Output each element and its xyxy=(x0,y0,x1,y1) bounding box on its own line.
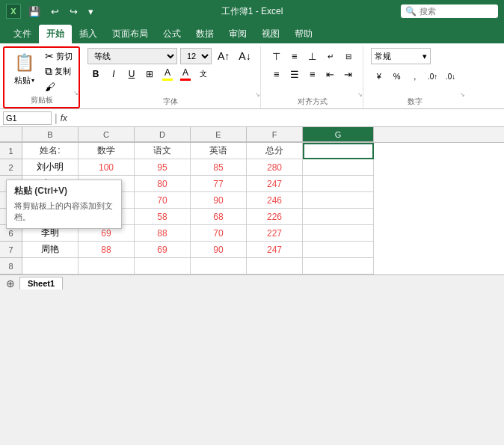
data-cell[interactable] xyxy=(135,258,191,274)
data-cell[interactable] xyxy=(247,258,303,274)
data-cell[interactable]: 247 xyxy=(247,176,303,192)
col-header-g[interactable]: G xyxy=(303,127,374,142)
data-cell[interactable]: 刘小明 xyxy=(22,159,79,176)
paste-dropdown-arrow[interactable]: ▾ xyxy=(31,77,34,84)
italic-button[interactable]: I xyxy=(105,67,122,82)
data-cell[interactable] xyxy=(303,159,374,176)
tab-insert[interactable]: 插入 xyxy=(72,25,105,43)
align-top-button[interactable]: ⊤ xyxy=(268,48,285,64)
paste-group-expand[interactable]: ↘ xyxy=(73,90,79,96)
bold-button[interactable]: B xyxy=(87,67,104,82)
tab-view[interactable]: 视图 xyxy=(254,25,287,43)
sheet-tab-sheet1[interactable]: Sheet1 xyxy=(19,277,63,289)
data-cell[interactable] xyxy=(303,209,374,225)
tab-data[interactable]: 数据 xyxy=(188,25,221,43)
align-bottom-button[interactable]: ⊥ xyxy=(304,48,321,64)
data-cell[interactable]: 100 xyxy=(79,159,135,176)
data-cell[interactable]: 85 xyxy=(191,159,247,176)
font-shrink-button[interactable]: A↓ xyxy=(236,49,253,64)
redo-icon[interactable]: ↪ xyxy=(67,4,81,19)
data-cell[interactable] xyxy=(191,258,247,274)
data-cell[interactable]: 70 xyxy=(135,192,191,209)
data-cell[interactable] xyxy=(22,258,79,274)
align-middle-button[interactable]: ≡ xyxy=(286,48,303,64)
col-header-c[interactable]: C xyxy=(79,127,135,142)
search-input[interactable] xyxy=(420,7,494,16)
currency-button[interactable]: ¥ xyxy=(371,69,387,84)
data-cell[interactable]: 90 xyxy=(191,192,247,209)
font-group-expand[interactable]: ↘ xyxy=(255,91,260,98)
data-cell[interactable] xyxy=(303,143,374,159)
data-cell[interactable] xyxy=(303,176,374,192)
data-cell[interactable] xyxy=(303,258,374,274)
search-box[interactable]: 🔍 xyxy=(401,4,498,18)
data-cell[interactable]: 数学 xyxy=(79,143,135,159)
data-cell[interactable]: 英语 xyxy=(191,143,247,159)
data-cell[interactable]: 226 xyxy=(247,209,303,225)
tab-help[interactable]: 帮助 xyxy=(287,25,320,43)
data-cell[interactable]: 80 xyxy=(135,176,191,192)
tab-home[interactable]: 开始 xyxy=(39,25,72,43)
font-size-select[interactable]: 12 xyxy=(180,48,212,64)
align-right-button[interactable]: ≡ xyxy=(304,66,321,82)
data-cell[interactable]: 247 xyxy=(247,242,303,258)
data-cell[interactable] xyxy=(303,225,374,242)
save-icon[interactable]: 💾 xyxy=(25,4,43,19)
border-button[interactable]: ⊞ xyxy=(141,67,158,82)
indent-decrease-button[interactable]: ⇤ xyxy=(322,66,339,82)
align-left-button[interactable]: ≡ xyxy=(268,66,285,82)
comma-button[interactable]: , xyxy=(407,69,423,84)
tab-file[interactable]: 文件 xyxy=(6,25,39,43)
data-cell[interactable]: 88 xyxy=(79,242,135,258)
col-header-f[interactable]: F xyxy=(247,127,303,142)
more-icon[interactable]: ▾ xyxy=(85,4,96,19)
wrap-text-button[interactable]: ↵ xyxy=(322,48,339,64)
cut-button[interactable]: ✂ 剪切 xyxy=(43,49,74,63)
font-grow-button[interactable]: A↑ xyxy=(215,49,233,64)
tab-review[interactable]: 审阅 xyxy=(221,25,254,43)
data-cell[interactable]: 246 xyxy=(247,192,303,209)
format-painter-button[interactable]: 🖌 xyxy=(43,80,74,93)
underline-button[interactable]: U xyxy=(123,67,140,82)
number-group-expand[interactable]: ↘ xyxy=(460,91,465,98)
data-cell[interactable]: 58 xyxy=(135,209,191,225)
merge-button[interactable]: ⊟ xyxy=(340,48,357,64)
data-cell[interactable]: 总分 xyxy=(247,143,303,159)
tab-page-layout[interactable]: 页面布局 xyxy=(105,25,156,43)
data-cell[interactable]: 77 xyxy=(191,176,247,192)
data-cell[interactable]: 70 xyxy=(191,225,247,242)
indent-increase-button[interactable]: ⇥ xyxy=(340,66,357,82)
data-cell[interactable]: 227 xyxy=(247,225,303,242)
data-cell[interactable]: 周艳 xyxy=(22,242,79,258)
undo-icon[interactable]: ↩ xyxy=(48,4,62,19)
data-cell[interactable] xyxy=(303,192,374,209)
data-cell[interactable]: 95 xyxy=(135,159,191,176)
font-color-button[interactable]: A xyxy=(177,67,194,82)
data-cell[interactable]: 88 xyxy=(135,225,191,242)
decimal-decrease-button[interactable]: .0↓ xyxy=(443,69,459,84)
data-cell[interactable]: 姓名: xyxy=(22,143,79,159)
col-header-b[interactable]: B xyxy=(22,127,79,142)
decimal-increase-button[interactable]: .0↑ xyxy=(425,69,441,84)
data-cell[interactable] xyxy=(303,242,374,258)
copy-button[interactable]: ⧉ 复制 xyxy=(43,64,74,79)
data-cell[interactable]: 语文 xyxy=(135,143,191,159)
add-sheet-button[interactable]: ⊕ xyxy=(3,277,18,289)
font-name-select[interactable]: 等线 xyxy=(87,48,177,64)
fill-color-button[interactable]: A xyxy=(159,67,176,82)
align-group-expand[interactable]: ↘ xyxy=(357,91,363,98)
percent-button[interactable]: % xyxy=(389,69,405,84)
data-cell[interactable]: 90 xyxy=(191,242,247,258)
name-box[interactable]: G1 xyxy=(3,111,52,125)
wen-button[interactable]: 文 xyxy=(195,67,212,82)
number-format-select[interactable]: 常规 ▾ xyxy=(371,48,431,64)
data-cell[interactable]: 68 xyxy=(191,209,247,225)
data-cell[interactable]: 280 xyxy=(247,159,303,176)
tab-formula[interactable]: 公式 xyxy=(156,25,188,43)
col-header-e[interactable]: E xyxy=(191,127,247,142)
data-cell[interactable]: 69 xyxy=(135,242,191,258)
align-center-button[interactable]: ☰ xyxy=(286,66,303,82)
col-header-d[interactable]: D xyxy=(135,127,191,142)
fx-button[interactable]: fx xyxy=(61,113,67,123)
data-cell[interactable] xyxy=(79,258,135,274)
